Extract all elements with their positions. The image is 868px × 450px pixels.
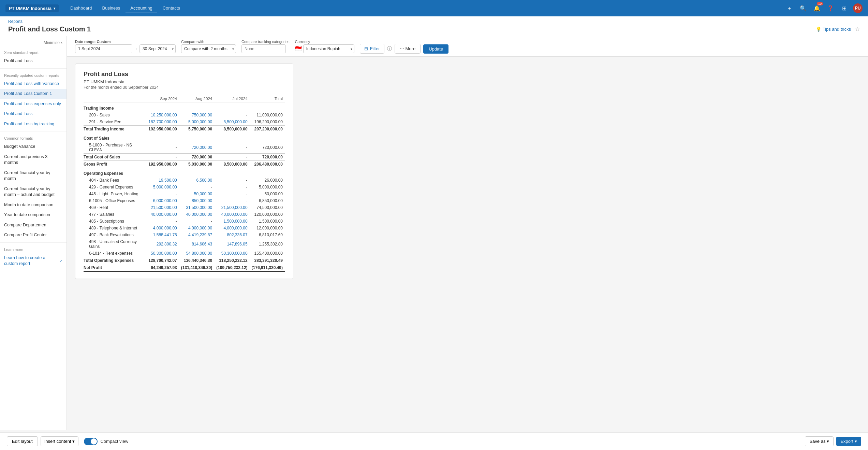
page-title: Profit and Loss Custom 1 bbox=[8, 25, 91, 33]
save-as-button[interactable]: Save as ▾ bbox=[805, 437, 833, 446]
row-value: 4,000,000.00 bbox=[179, 225, 214, 231]
date-to-select[interactable]: 30 Sept 2024 bbox=[139, 44, 176, 53]
minimise-button[interactable]: Minimise ‹ bbox=[0, 39, 67, 48]
row-value: (109,750,232.12) bbox=[214, 264, 249, 272]
row-value: - bbox=[146, 218, 179, 225]
sidebar-item-budget-variance[interactable]: Budget Variance bbox=[0, 142, 67, 152]
date-from-input[interactable] bbox=[75, 44, 132, 53]
currency-select[interactable]: Indonesian Rupiah bbox=[303, 44, 354, 53]
info-icon[interactable]: ⓘ bbox=[387, 46, 392, 52]
table-row: 6-1014 - Rent expenses50,300,000.0054,80… bbox=[84, 250, 285, 257]
tips-and-tricks-link[interactable]: 💡 Tips and tricks bbox=[816, 27, 851, 32]
sidebar-item-fy-month-budget[interactable]: Current financial year by month – actual… bbox=[0, 184, 67, 200]
more-button[interactable]: ⋯ More bbox=[395, 44, 421, 54]
sidebar-item-expenses-only[interactable]: Profit and Loss expenses only bbox=[0, 99, 67, 109]
table-row: Trading Income bbox=[84, 102, 285, 112]
table-row: Total Operating Expenses128,700,742.0713… bbox=[84, 257, 285, 264]
nav-links: Dashboard Business Accounting Contacts bbox=[65, 3, 185, 13]
help-icon[interactable]: ❓ bbox=[826, 3, 835, 13]
sidebar-item-profit-loss-standard[interactable]: Profit and Loss bbox=[0, 56, 67, 66]
row-value: 206,480,000.00 bbox=[250, 161, 285, 168]
bottom-bar: Edit layout Insert content ▾ Compact vie… bbox=[0, 432, 868, 450]
report-table: Sep 2024 Aug 2024 Jul 2024 Total Trading… bbox=[84, 95, 285, 272]
edit-layout-button[interactable]: Edit layout bbox=[7, 436, 38, 446]
nav-contacts[interactable]: Contacts bbox=[158, 3, 185, 13]
add-icon[interactable]: ＋ bbox=[785, 3, 794, 13]
recently-updated-label: Recently updated custom reports bbox=[0, 71, 67, 79]
sidebar-item-with-variance[interactable]: Profit and Loss with Variance bbox=[0, 79, 67, 89]
page-header-actions: 💡 Tips and tricks ☆ bbox=[816, 26, 860, 32]
row-value: 40,000,000.00 bbox=[214, 211, 249, 218]
sidebar-item-learn-create[interactable]: Learn how to create a custom report ↗ bbox=[0, 253, 67, 269]
row-value: 128,700,742.07 bbox=[146, 257, 179, 264]
row-value: - bbox=[214, 177, 249, 184]
insert-chevron-icon: ▾ bbox=[72, 439, 75, 444]
sidebar-item-fy-month[interactable]: Current financial year by month bbox=[0, 168, 67, 184]
row-value: 31,500,000.00 bbox=[179, 204, 214, 211]
compact-view-label: Compact view bbox=[100, 439, 128, 444]
divider-2 bbox=[0, 131, 67, 131]
tracking-input[interactable] bbox=[241, 44, 286, 53]
row-label: Total Trading Income bbox=[84, 126, 146, 133]
row-value: - bbox=[179, 218, 214, 225]
col-header-aug2024: Aug 2024 bbox=[179, 95, 214, 102]
row-value: 155,400,000.00 bbox=[250, 250, 285, 257]
breadcrumb[interactable]: Reports bbox=[8, 19, 860, 24]
learn-more-label: Learn more bbox=[0, 245, 67, 253]
sidebar-item-compare-departemen[interactable]: Compare Departemen bbox=[0, 220, 67, 230]
update-button[interactable]: Update bbox=[423, 44, 448, 54]
sidebar-item-by-tracking[interactable]: Profit and Loss by tracking bbox=[0, 119, 67, 129]
row-value: 850,000.00 bbox=[179, 197, 214, 204]
row-value: 8,500,000.00 bbox=[214, 161, 249, 168]
row-value: 8,500,000.00 bbox=[214, 126, 249, 133]
row-value: - bbox=[214, 197, 249, 204]
row-value: 182,700,000.00 bbox=[146, 118, 179, 126]
nav-business[interactable]: Business bbox=[98, 3, 125, 13]
table-row: 200 - Sales10,250,000.00750,000.00-11,00… bbox=[84, 112, 285, 118]
row-label: 497 - Bank Revaluations bbox=[84, 231, 146, 238]
row-value: - bbox=[214, 191, 249, 197]
main-layout: Minimise ‹ Xero standard report Profit a… bbox=[0, 36, 868, 430]
compare-with-group: Compare with Compare with 2 months bbox=[181, 40, 236, 53]
export-button[interactable]: Export ▾ bbox=[836, 437, 861, 446]
search-icon[interactable]: 🔍 bbox=[798, 3, 808, 13]
sidebar-item-current-3months[interactable]: Current and previous 3 months bbox=[0, 152, 67, 168]
save-as-chevron-icon: ▾ bbox=[827, 439, 829, 444]
row-value: 74,500,000.00 bbox=[250, 204, 285, 211]
sidebar-item-ytd-comparison[interactable]: Year to date comparison bbox=[0, 210, 67, 220]
row-value: 50,300,000.00 bbox=[214, 250, 249, 257]
col-header-jul2024: Jul 2024 bbox=[214, 95, 249, 102]
notifications-icon[interactable]: 🔔 10 bbox=[812, 3, 822, 13]
avatar[interactable]: PU bbox=[853, 3, 863, 13]
sidebar-item-compare-profit-center[interactable]: Compare Profit Center bbox=[0, 230, 67, 240]
filter-button[interactable]: ⊟ Filter bbox=[360, 44, 384, 54]
compare-with-select[interactable]: Compare with 2 months bbox=[181, 44, 236, 53]
org-chevron: ▾ bbox=[54, 6, 55, 10]
table-row: 429 - General Expenses5,000,000.00--5,00… bbox=[84, 184, 285, 191]
report-period: For the month ended 30 September 2024 bbox=[84, 85, 285, 90]
notif-count: 10 bbox=[817, 2, 823, 5]
nav-accounting[interactable]: Accounting bbox=[126, 3, 157, 13]
content-area: Profit and Loss PT UMKM Indonesia For th… bbox=[67, 57, 868, 430]
org-switcher[interactable]: PT UMKM Indonesia ▾ bbox=[5, 4, 59, 12]
table-row: 489 - Telephone & Internet4,000,000.004,… bbox=[84, 225, 285, 231]
nav-dashboard[interactable]: Dashboard bbox=[65, 3, 97, 13]
insert-content-button[interactable]: Insert content ▾ bbox=[41, 437, 78, 446]
table-row: 6-1005 - Office Expenses6,000,000.00850,… bbox=[84, 197, 285, 204]
table-row: 404 - Bank Fees19,500.006,500.00-26,000.… bbox=[84, 177, 285, 184]
row-value: 21,500,000.00 bbox=[146, 204, 179, 211]
row-value: 64,249,257.93 bbox=[146, 264, 179, 272]
bottom-bar-right: Save as ▾ Export ▾ bbox=[805, 436, 861, 446]
sidebar-item-month-comparison[interactable]: Month to date comparison bbox=[0, 200, 67, 210]
favourite-icon[interactable]: ☆ bbox=[855, 26, 860, 32]
row-label: 5-1000 - Purchase - NS CLEAN bbox=[84, 142, 146, 154]
date-range-label: Date range: bbox=[75, 40, 96, 44]
compact-view-switch[interactable] bbox=[84, 438, 98, 445]
table-row: 477 - Salaries40,000,000.0040,000,000.00… bbox=[84, 211, 285, 218]
sidebar-item-custom-1[interactable]: Profit and Loss Custom 1 bbox=[0, 89, 67, 99]
apps-icon[interactable]: ⊞ bbox=[839, 3, 849, 13]
report-title: Profit and Loss bbox=[84, 71, 285, 78]
row-label: 477 - Salaries bbox=[84, 211, 146, 218]
row-value: 6,810,017.69 bbox=[250, 231, 285, 238]
sidebar-item-profit-loss[interactable]: Profit and Loss bbox=[0, 109, 67, 119]
